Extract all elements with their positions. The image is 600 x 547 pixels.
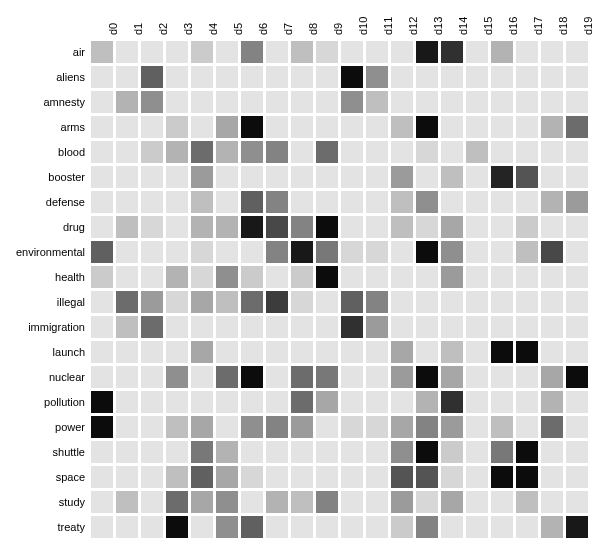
heatmap-cell [465,65,489,89]
heatmap-cell [190,115,214,139]
heatmap-cell [490,390,514,414]
heatmap-cell [240,365,264,389]
heatmap-cell [540,190,564,214]
heatmap-cell [515,365,539,389]
heatmap-cell [540,340,564,364]
heatmap-cell [490,40,514,64]
heatmap-cell [290,490,314,514]
heatmap-cell [390,65,414,89]
heatmap-cell [265,40,289,64]
heatmap-cell [215,165,239,189]
heatmap-cell [365,65,389,89]
heatmap-cell [515,265,539,289]
heatmap-cell [115,365,139,389]
heatmap-cell [440,415,464,439]
heatmap-cell [540,290,564,314]
heatmap-cell [365,190,389,214]
heatmap-cell [540,440,564,464]
heatmap-cell [190,165,214,189]
heatmap-cell [440,340,464,364]
heatmap-cell [365,490,389,514]
heatmap-cell [240,415,264,439]
column-label: d15 [482,17,494,35]
heatmap-cell [440,90,464,114]
heatmap-cell [540,390,564,414]
heatmap-cell [390,465,414,489]
heatmap-cell [115,340,139,364]
heatmap-cell [365,315,389,339]
row-label: power [55,415,85,440]
heatmap-cell [415,140,439,164]
heatmap-cell [190,390,214,414]
heatmap-cell [165,115,189,139]
heatmap-cell [215,390,239,414]
heatmap-cell [340,140,364,164]
heatmap-cell [365,415,389,439]
heatmap-cell [340,490,364,514]
heatmap-cell [290,240,314,264]
heatmap-cell [140,465,164,489]
heatmap-cell [340,365,364,389]
heatmap-cell [90,265,114,289]
heatmap-cell [565,515,589,539]
heatmap-cell [165,465,189,489]
heatmap-cell [540,365,564,389]
heatmap-cell [390,390,414,414]
row-label: aliens [56,65,85,90]
column-label: d9 [332,23,344,35]
heatmap-cell [340,265,364,289]
heatmap-cell [165,315,189,339]
heatmap-cell [315,440,339,464]
heatmap-cell [440,40,464,64]
heatmap-cell [490,90,514,114]
heatmap-cell [440,190,464,214]
heatmap-cell [215,440,239,464]
heatmap-cell [165,265,189,289]
row-label: defense [46,190,85,215]
heatmap-cell [115,490,139,514]
heatmap-cell [540,415,564,439]
heatmap-cell [240,340,264,364]
heatmap-cell [240,65,264,89]
heatmap-cell [90,215,114,239]
heatmap-cell [90,115,114,139]
heatmap-cell [490,240,514,264]
heatmap-cell [340,90,364,114]
column-label: d3 [182,23,194,35]
heatmap-cell [215,240,239,264]
heatmap-cell [515,65,539,89]
heatmap-cell [515,415,539,439]
heatmap-cell [140,365,164,389]
heatmap-cell [165,365,189,389]
heatmap-cell [515,115,539,139]
heatmap-cell [515,40,539,64]
row-label: launch [53,340,85,365]
heatmap-cell [315,390,339,414]
heatmap-cell [190,65,214,89]
row-label: air [73,40,85,65]
heatmap-cell [465,140,489,164]
heatmap-cell [190,365,214,389]
column-label: d10 [357,17,369,35]
heatmap-cell [240,465,264,489]
heatmap-cell [90,415,114,439]
column-label: d14 [457,17,469,35]
heatmap-cell [165,190,189,214]
heatmap-cell [390,515,414,539]
heatmap-cell [565,215,589,239]
heatmap-cell [215,340,239,364]
heatmap-cell [390,265,414,289]
heatmap-cell [465,265,489,289]
heatmap-cell [90,315,114,339]
heatmap-cell [465,190,489,214]
heatmap-cell [365,340,389,364]
heatmap-cell [465,215,489,239]
heatmap-cell [290,340,314,364]
heatmap-cell [315,415,339,439]
heatmap-cell [515,290,539,314]
heatmap-cell [290,215,314,239]
heatmap-cell [315,90,339,114]
heatmap-cell [265,90,289,114]
heatmap-cell [290,65,314,89]
row-label: study [59,490,85,515]
